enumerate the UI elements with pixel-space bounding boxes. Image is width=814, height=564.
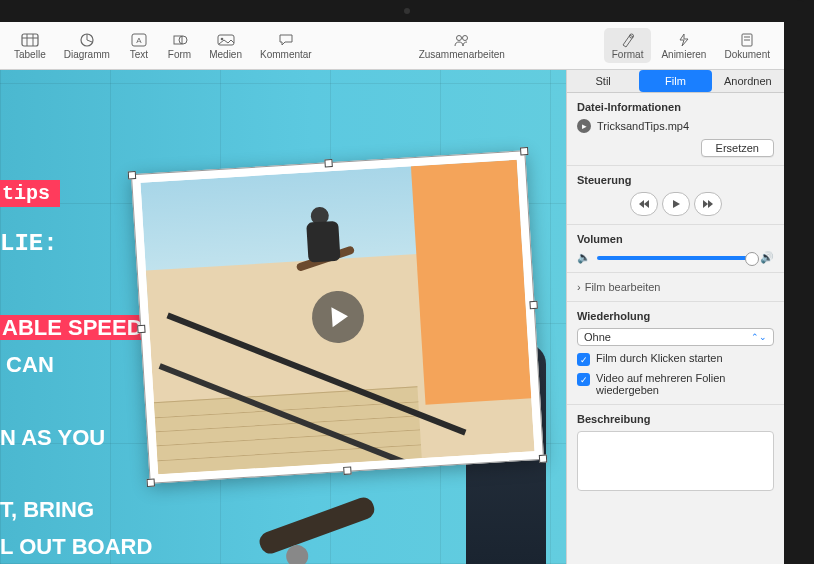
- description-section: Beschreibung: [567, 405, 784, 499]
- checkbox-label: Film durch Klicken starten: [596, 352, 723, 364]
- description-textarea[interactable]: [577, 431, 774, 491]
- toolbar-label: Animieren: [661, 49, 706, 60]
- selection-handle[interactable]: [137, 325, 145, 333]
- svg-point-10: [220, 38, 223, 41]
- repeat-heading: Wiederholung: [577, 310, 774, 322]
- play-button[interactable]: [662, 192, 690, 216]
- selection-handle[interactable]: [147, 478, 155, 486]
- volume-section: Volumen 🔈 🔊: [567, 225, 784, 273]
- tab-film[interactable]: Film: [639, 70, 711, 92]
- slide-canvas[interactable]: tips LIE: ABLE SPEED CAN N AS YOU T, BRI…: [0, 70, 566, 564]
- slide-subtitle: LIE:: [0, 230, 58, 257]
- toolbar-dokument[interactable]: Dokument: [716, 28, 778, 63]
- toolbar-label: Zusammenarbeiten: [419, 49, 505, 60]
- shape-icon: [169, 31, 191, 49]
- toolbar-label: Text: [130, 49, 148, 60]
- slide-tag: tips: [0, 180, 60, 207]
- inspector-tabs: Stil Film Anordnen: [567, 70, 784, 93]
- tab-anordnen[interactable]: Anordnen: [712, 70, 784, 92]
- forward-button[interactable]: [694, 192, 722, 216]
- edit-film-disclosure[interactable]: › Film bearbeiten: [577, 281, 774, 293]
- toolbar-label: Dokument: [724, 49, 770, 60]
- selection-handle[interactable]: [539, 454, 547, 462]
- webcam: [404, 8, 410, 14]
- repeat-value: Ohne: [584, 331, 611, 343]
- repeat-section: Wiederholung Ohne ⌃⌄ ✓ Film durch Klicke…: [567, 302, 784, 405]
- comment-icon: [275, 31, 297, 49]
- speaker-high-icon: 🔊: [760, 251, 774, 264]
- text-icon: A: [128, 31, 150, 49]
- toolbar-animieren[interactable]: Animieren: [653, 28, 714, 63]
- edit-film-label: Film bearbeiten: [585, 281, 661, 293]
- toolbar-zusammenarbeiten[interactable]: Zusammenarbeiten: [411, 28, 513, 63]
- toolbar-label: Format: [612, 49, 644, 60]
- toolbar-text[interactable]: A Text: [120, 28, 158, 63]
- video-thumbnail: [140, 160, 534, 474]
- toolbar-label: Diagramm: [64, 49, 110, 60]
- document-icon: [736, 31, 758, 49]
- toolbar-form[interactable]: Form: [160, 28, 199, 63]
- controls-heading: Steuerung: [577, 174, 774, 186]
- description-heading: Beschreibung: [577, 413, 774, 425]
- toolbar: Tabelle Diagramm A Text Form Medien Komm…: [0, 22, 784, 70]
- toolbar-label: Medien: [209, 49, 242, 60]
- collaborate-icon: [451, 31, 473, 49]
- file-info-section: Datei-Informationen ▸ TricksandTips.mp4 …: [567, 93, 784, 166]
- chevron-right-icon: ›: [577, 281, 581, 293]
- format-icon: [617, 31, 639, 49]
- toolbar-diagramm[interactable]: Diagramm: [56, 28, 118, 63]
- repeat-select[interactable]: Ohne ⌃⌄: [577, 328, 774, 346]
- slide-body-text: ABLE SPEED CAN N AS YOU T, BRING L OUT B…: [0, 310, 152, 564]
- replace-button[interactable]: Ersetzen: [701, 139, 774, 157]
- toolbar-format[interactable]: Format: [604, 28, 652, 63]
- select-arrows-icon: ⌃⌄: [751, 332, 767, 342]
- svg-point-12: [462, 36, 467, 41]
- media-icon: [215, 31, 237, 49]
- checkbox-click-start[interactable]: ✓: [577, 353, 590, 366]
- volume-heading: Volumen: [577, 233, 774, 245]
- checkbox-multi-slide[interactable]: ✓: [577, 373, 590, 386]
- inspector-panel: Stil Film Anordnen Datei-Informationen ▸…: [566, 70, 784, 564]
- toolbar-tabelle[interactable]: Tabelle: [6, 28, 54, 63]
- selection-handle[interactable]: [128, 171, 136, 179]
- file-info-heading: Datei-Informationen: [577, 101, 774, 113]
- video-object[interactable]: [131, 150, 544, 484]
- checkbox-label: Video auf mehreren Folien wiedergeben: [596, 372, 774, 396]
- chart-icon: [76, 31, 98, 49]
- edit-film-section: › Film bearbeiten: [567, 273, 784, 302]
- controls-section: Steuerung: [567, 166, 784, 225]
- tab-stil[interactable]: Stil: [567, 70, 639, 92]
- selection-handle[interactable]: [529, 301, 537, 309]
- svg-point-11: [456, 36, 461, 41]
- filename-text: TricksandTips.mp4: [597, 120, 689, 132]
- selection-handle[interactable]: [343, 466, 351, 474]
- selection-handle[interactable]: [520, 147, 528, 155]
- svg-point-8: [179, 36, 187, 44]
- toolbar-kommentar[interactable]: Kommentar: [252, 28, 320, 63]
- toolbar-medien[interactable]: Medien: [201, 28, 250, 63]
- volume-slider[interactable]: [597, 256, 754, 260]
- speaker-low-icon: 🔈: [577, 251, 591, 264]
- toolbar-label: Tabelle: [14, 49, 46, 60]
- rewind-button[interactable]: [630, 192, 658, 216]
- animate-icon: [673, 31, 695, 49]
- toolbar-label: Kommentar: [260, 49, 312, 60]
- table-icon: [19, 31, 41, 49]
- movie-file-icon: ▸: [577, 119, 591, 133]
- toolbar-label: Form: [168, 49, 191, 60]
- laptop-bezel-right: [784, 0, 814, 564]
- svg-text:A: A: [136, 36, 142, 45]
- svg-rect-0: [22, 34, 38, 46]
- selection-handle[interactable]: [324, 159, 332, 167]
